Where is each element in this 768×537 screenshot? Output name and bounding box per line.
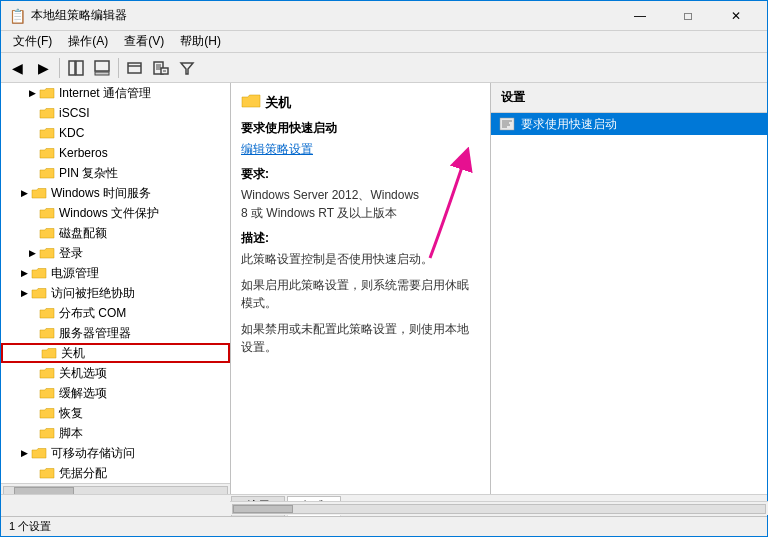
up-button[interactable]: [90, 56, 114, 80]
filter-button[interactable]: [175, 56, 199, 80]
menu-action[interactable]: 操作(A): [60, 31, 116, 53]
tree-item-mitigate[interactable]: 缓解选项: [1, 383, 230, 403]
window-controls: — □ ✕: [617, 3, 759, 29]
main-window: 📋 本地组策略编辑器 — □ ✕ 文件(F) 操作(A) 查看(V) 帮助(H)…: [0, 0, 768, 537]
tree-item-scripts[interactable]: 脚本: [1, 423, 230, 443]
folder-icon-recovery: [39, 406, 55, 420]
tree-panel: ▶ Internet 通信管理 iSCSI: [1, 83, 231, 494]
section-requirement-content: Windows Server 2012、Windows8 或 Windows R…: [241, 186, 480, 222]
toolbar-separator-1: [59, 58, 60, 78]
tree-item-dcom[interactable]: 分布式 COM: [1, 303, 230, 323]
tree-label-shutdown: 关机: [61, 345, 85, 362]
svg-rect-14: [500, 118, 514, 130]
tree-item-internet[interactable]: ▶ Internet 通信管理: [1, 83, 230, 103]
main-content: ▶ Internet 通信管理 iSCSI: [1, 83, 767, 494]
settings-item-icon: [499, 116, 515, 132]
right-panel: 关机 要求使用快速启动 编辑策略设置 要求: Windows Server 20…: [231, 83, 767, 494]
tree-item-removable[interactable]: ▶ 可移动存储访问: [1, 443, 230, 463]
settings-header: 设置: [491, 83, 767, 113]
tree-item-wts[interactable]: ▶ Windows 时间服务: [1, 183, 230, 203]
svg-rect-0: [69, 61, 75, 75]
title-bar: 📋 本地组策略编辑器 — □ ✕: [1, 1, 767, 31]
section-requirement-title: 要求:: [241, 166, 480, 183]
folder-icon-accessdenied: [31, 286, 47, 300]
tree-item-servermgr[interactable]: 服务器管理器: [1, 323, 230, 343]
tree-item-shutdown[interactable]: 关机: [1, 343, 230, 363]
folder-icon-iscsi: [39, 106, 55, 120]
menu-view[interactable]: 查看(V): [116, 31, 172, 53]
tree-item-kerberos[interactable]: Kerberos: [1, 143, 230, 163]
menu-bar: 文件(F) 操作(A) 查看(V) 帮助(H): [1, 31, 767, 53]
tree-label-recovery: 恢复: [59, 405, 83, 422]
folder-icon-shutdownopts: [39, 366, 55, 380]
edit-policy-link[interactable]: 编辑策略设置: [241, 141, 480, 158]
section-description-content: 此策略设置控制是否使用快速启动。: [241, 250, 480, 268]
tree-item-kdc[interactable]: KDC: [1, 123, 230, 143]
tree-label-mitigate: 缓解选项: [59, 385, 107, 402]
tree-label-shutdownopts: 关机选项: [59, 365, 107, 382]
folder-icon-wts: [31, 186, 47, 200]
tree-label-power: 电源管理: [51, 265, 99, 282]
folder-icon-pin: [39, 166, 55, 180]
section-description-title: 描述:: [241, 230, 480, 247]
panel-section-description: 描述: 此策略设置控制是否使用快速启动。: [241, 230, 480, 268]
expand-icon-login: ▶: [25, 246, 39, 260]
minimize-button[interactable]: —: [617, 3, 663, 29]
settings-panel: 设置 要求使用快速启动: [491, 83, 767, 494]
folder-icon-servermgr: [39, 326, 55, 340]
tree-label-internet: Internet 通信管理: [59, 85, 151, 102]
expand-icon-accessdenied: ▶: [17, 286, 31, 300]
tree-item-credential[interactable]: 凭据分配: [1, 463, 230, 483]
tree-label-credential: 凭据分配: [59, 465, 107, 482]
expand-icon-wts: ▶: [17, 186, 31, 200]
new-window-button[interactable]: [123, 56, 147, 80]
svg-rect-3: [95, 72, 109, 75]
tree-item-diskquota[interactable]: 磁盘配额: [1, 223, 230, 243]
window-icon: 📋: [9, 8, 25, 24]
back-button[interactable]: ◀: [5, 56, 29, 80]
toolbar: ◀ ▶: [1, 53, 767, 83]
svg-rect-2: [95, 61, 109, 71]
menu-file[interactable]: 文件(F): [5, 31, 60, 53]
left-panel-scrollbar[interactable]: [1, 483, 230, 494]
properties-button[interactable]: [149, 56, 173, 80]
folder-icon-kdc: [39, 126, 55, 140]
folder-icon-power: [31, 266, 47, 280]
section-enable-content: 如果启用此策略设置，则系统需要启用休眠模式。: [241, 276, 480, 312]
show-hide-tree-button[interactable]: [64, 56, 88, 80]
tree-item-pin[interactable]: PIN 复杂性: [1, 163, 230, 183]
tree-item-login[interactable]: ▶ 登录: [1, 243, 230, 263]
forward-button[interactable]: ▶: [31, 56, 55, 80]
window-title: 本地组策略编辑器: [31, 7, 617, 24]
tree-label-login: 登录: [59, 245, 83, 262]
tree-label-kerberos: Kerberos: [59, 146, 108, 160]
menu-help[interactable]: 帮助(H): [172, 31, 229, 53]
folder-icon-credential: [39, 466, 55, 480]
tree-item-iscsi[interactable]: iSCSI: [1, 103, 230, 123]
close-button[interactable]: ✕: [713, 3, 759, 29]
status-bar: 1 个设置: [1, 516, 767, 536]
settings-item-label: 要求使用快速启动: [521, 116, 617, 133]
folder-icon-removable: [31, 446, 47, 460]
expand-icon-removable: ▶: [17, 446, 31, 460]
tree-label-wfp: Windows 文件保护: [59, 205, 159, 222]
settings-item-fastboot[interactable]: 要求使用快速启动: [491, 113, 767, 135]
folder-icon-dcom: [39, 306, 55, 320]
tree-item-power[interactable]: ▶ 电源管理: [1, 263, 230, 283]
tree-item-recovery[interactable]: 恢复: [1, 403, 230, 423]
tree-label-removable: 可移动存储访问: [51, 445, 135, 462]
tree-item-shutdownopts[interactable]: 关机选项: [1, 363, 230, 383]
maximize-button[interactable]: □: [665, 3, 711, 29]
tree-label-diskquota: 磁盘配额: [59, 225, 107, 242]
folder-icon-login: [39, 246, 55, 260]
panel-section-requirement: 要求: Windows Server 2012、Windows8 或 Windo…: [241, 166, 480, 222]
tree-item-wfp[interactable]: Windows 文件保护: [1, 203, 230, 223]
folder-icon-wfp: [39, 206, 55, 220]
folder-icon-diskquota: [39, 226, 55, 240]
folder-icon-shutdown: [41, 346, 57, 360]
tree-item-accessdenied[interactable]: ▶ 访问被拒绝协助: [1, 283, 230, 303]
tree-label-pin: PIN 复杂性: [59, 165, 118, 182]
expand-icon-power: ▶: [17, 266, 31, 280]
panel-section-disable: 如果禁用或未配置此策略设置，则使用本地设置。: [241, 320, 480, 356]
tree-label-dcom: 分布式 COM: [59, 305, 126, 322]
